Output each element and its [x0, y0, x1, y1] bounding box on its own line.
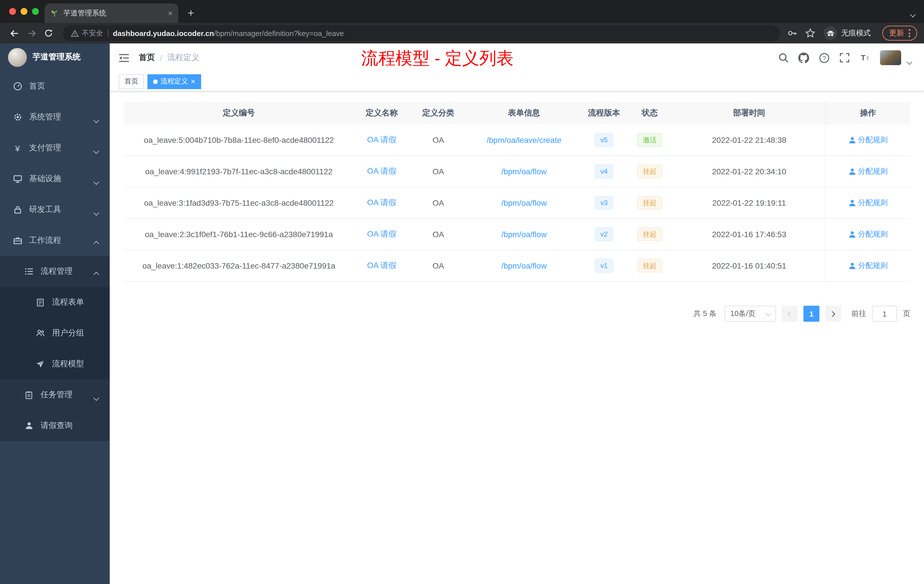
chevron-up-icon: [94, 269, 98, 278]
browser-update-button[interactable]: 更新: [882, 26, 917, 41]
assign-rule-label: 分配规则: [858, 229, 888, 239]
definition-name-link[interactable]: OA 请假: [353, 166, 410, 177]
status-cell: 挂起: [626, 165, 673, 178]
security-warning[interactable]: 不安全: [71, 28, 103, 38]
prev-page-button[interactable]: [782, 306, 798, 322]
sidebar-item-infrastructure[interactable]: 基础设施: [0, 163, 110, 194]
search-icon[interactable]: [778, 53, 789, 63]
assign-rule-button[interactable]: 分配规则: [848, 198, 888, 208]
next-page-button[interactable]: [825, 306, 841, 322]
address-bar[interactable]: 不安全 dashboard.yudao.iocoder.cn/bpm/manag…: [63, 25, 780, 41]
action-cell: 分配规则: [825, 250, 910, 281]
url-domain: dashboard.yudao.iocoder.cn: [113, 29, 214, 38]
briefcase-icon: [13, 236, 22, 245]
person-icon: [848, 262, 856, 269]
sidebar-item-label: 研发工具: [29, 205, 61, 215]
dashboard-icon: [13, 82, 22, 91]
font-size-icon[interactable]: TT: [860, 53, 870, 63]
tag-label: 流程定义: [160, 77, 188, 86]
assign-rule-button[interactable]: 分配规则: [848, 135, 888, 145]
tab-search-icon[interactable]: [911, 8, 915, 19]
definition-name-link[interactable]: OA 请假: [353, 198, 410, 208]
page-size-select[interactable]: 10条/页: [724, 306, 776, 322]
close-tab-icon[interactable]: ×: [168, 8, 173, 18]
breadcrumb-separator: /: [160, 53, 162, 62]
version-badge: v2: [594, 228, 613, 241]
user-avatar[interactable]: [880, 50, 901, 65]
definition-name-link[interactable]: OA 请假: [353, 261, 410, 271]
assign-rule-label: 分配规则: [858, 198, 888, 208]
definition-category: OA: [410, 230, 466, 239]
sidebar-toggle-icon[interactable]: [118, 53, 130, 63]
column-header: 定义编号: [125, 108, 353, 118]
minimize-window-button[interactable]: [21, 8, 27, 15]
close-tag-icon[interactable]: ×: [191, 77, 195, 86]
main-content: 首页 / 流程定义 流程模型 - 定义列表 ?: [110, 43, 924, 584]
version-badge: v3: [594, 196, 613, 210]
sidebar-item-devtools[interactable]: 研发工具: [0, 194, 110, 225]
person-icon: [848, 168, 856, 175]
app-logo[interactable]: 芋道管理系统: [0, 43, 110, 71]
version-cell: v4: [582, 165, 626, 178]
page-number-button[interactable]: 1: [804, 306, 819, 322]
help-icon[interactable]: ?: [819, 52, 830, 63]
app-shell: 芋道管理系统 首页 系统管理 ¥ 支付管理: [0, 43, 924, 584]
deploy-time: 2022-01-22 19:19:11: [673, 198, 825, 208]
back-button[interactable]: [7, 26, 22, 41]
forward-button[interactable]: [24, 26, 39, 41]
browser-tab[interactable]: 芋道管理系统 ×: [45, 3, 178, 23]
form-info-link[interactable]: /bpm/oa/flow: [466, 198, 582, 208]
sidebar-item-label: 系统管理: [29, 112, 61, 122]
sidebar-item-workflow[interactable]: 工作流程: [0, 225, 110, 256]
url-path: /bpm/manager/definition?key=oa_leave: [214, 29, 344, 38]
breadcrumb-home[interactable]: 首页: [139, 53, 155, 63]
password-key-icon[interactable]: [787, 28, 797, 38]
tag-home[interactable]: 首页: [119, 74, 144, 89]
screen: 芋道管理系统 × + 不安全 dashboard.yudao.iocoder.c…: [0, 0, 924, 584]
sidebar-item-user-group[interactable]: 用户分组: [0, 318, 110, 348]
tag-process-definition[interactable]: 流程定义 ×: [147, 74, 201, 89]
sidebar-item-home[interactable]: 首页: [0, 71, 110, 102]
svg-text:T: T: [866, 56, 869, 61]
maximize-window-button[interactable]: [32, 8, 39, 15]
window-controls: [9, 8, 39, 15]
chevron-up-icon: [94, 238, 98, 247]
assign-rule-button[interactable]: 分配规则: [848, 261, 888, 271]
sidebar-item-process-form[interactable]: 流程表单: [0, 287, 110, 318]
table-row: oa_leave:1:482ec033-762a-11ec-8477-a2380…: [125, 250, 910, 282]
table-row: oa_leave:3:1fad3d93-7b75-11ec-a3c8-acde4…: [125, 187, 910, 219]
pagination: 共 5 条 10条/页 1 前往 页: [125, 306, 910, 322]
github-icon[interactable]: [798, 52, 809, 63]
goto-page-input[interactable]: [872, 306, 897, 322]
assign-rule-button[interactable]: 分配规则: [848, 229, 888, 239]
browser-menu-icon[interactable]: [909, 29, 910, 37]
form-info-link[interactable]: /bpm/oa/flow: [466, 230, 582, 239]
sidebar-item-system[interactable]: 系统管理: [0, 102, 110, 133]
status-cell: 挂起: [626, 259, 673, 272]
avatar-dropdown-caret[interactable]: [908, 56, 911, 66]
sidebar-item-process-management[interactable]: 流程管理: [0, 256, 110, 287]
sidebar-item-task-management[interactable]: 任务管理: [0, 379, 110, 410]
reload-button[interactable]: [41, 26, 56, 41]
definition-category: OA: [410, 261, 466, 270]
sidebar-item-label: 用户分组: [52, 328, 84, 338]
sidebar-item-leave-query[interactable]: 请假查询: [0, 410, 110, 441]
sidebar-item-payment[interactable]: ¥ 支付管理: [0, 133, 110, 163]
svg-text:T: T: [861, 53, 865, 62]
close-window-button[interactable]: [9, 8, 16, 15]
sidebar-item-process-model[interactable]: 流程模型: [0, 348, 110, 379]
person-icon: [848, 231, 856, 238]
app-title: 芋道管理系统: [33, 52, 81, 62]
chevron-down-icon: [94, 177, 98, 186]
assign-rule-button[interactable]: 分配规则: [848, 166, 888, 177]
form-info-link[interactable]: /bpm/oa/leave/create: [466, 135, 582, 145]
form-info-link[interactable]: /bpm/oa/flow: [466, 261, 582, 270]
definition-name-link[interactable]: OA 请假: [353, 229, 410, 239]
column-header: 表单信息: [466, 108, 582, 118]
bookmark-star-icon[interactable]: [805, 28, 815, 38]
form-info-link[interactable]: /bpm/oa/flow: [466, 167, 582, 176]
page-content: 定义编号 定义名称 定义分类 表单信息 流程版本 状态 部署时间 操作 oa_l…: [110, 91, 924, 322]
definition-name-link[interactable]: OA 请假: [353, 135, 410, 145]
fullscreen-icon[interactable]: [840, 53, 850, 63]
new-tab-button[interactable]: +: [183, 5, 199, 21]
